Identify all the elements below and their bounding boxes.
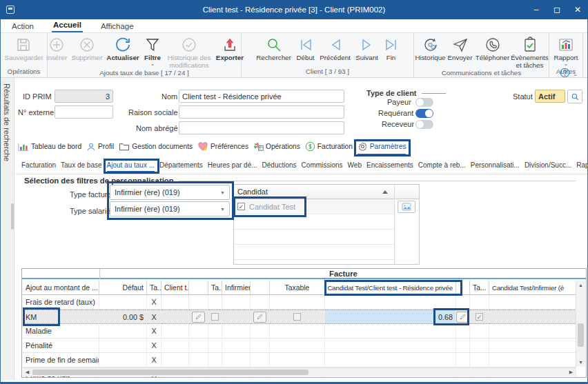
export-button[interactable]: Exporter (215, 34, 245, 62)
nom-abrege-field[interactable] (179, 121, 344, 134)
close-button[interactable]: ✕ (567, 0, 588, 19)
delete-button[interactable]: Supprimer (70, 34, 104, 62)
vertical-scrollbar[interactable]: ▲▼ (576, 281, 585, 367)
taxable-checkbox[interactable] (293, 313, 301, 321)
first-button[interactable]: Début (293, 34, 318, 62)
row-label[interactable]: Prime de fin de semaine (23, 353, 99, 367)
col-candidat-infirmier[interactable]: Candidat Test/Infirmier (é (489, 281, 576, 295)
horizontal-scrollbar[interactable]: ◀▶ (23, 367, 576, 376)
search-results-panel-tab[interactable]: Résultats de recherche (1, 78, 14, 380)
col-ajout-montant[interactable]: Ajout au montant de ... (23, 281, 99, 295)
tab-profil[interactable]: Profil (86, 142, 114, 156)
subtab-web[interactable]: Web (348, 161, 362, 172)
help-icon[interactable] (560, 68, 570, 81)
filter-icon (144, 35, 161, 54)
type-facture-label: Type facture (70, 190, 112, 199)
history-modifications-icon (181, 35, 197, 54)
taxable-checkbox[interactable] (211, 313, 219, 321)
phone-button[interactable]: Téléphoner (474, 34, 511, 62)
filter-button[interactable]: Filtre ⌄ (141, 34, 164, 65)
billing-icon (305, 141, 315, 152)
export-icon (222, 35, 238, 54)
edit-button[interactable] (192, 312, 205, 323)
row-label[interactable]: Pénalité (23, 338, 99, 353)
next-button[interactable]: Suivant (353, 34, 382, 62)
col-client[interactable]: Client t... (161, 281, 189, 295)
events-tasks-button[interactable]: Évènements et tâches (511, 34, 549, 69)
tab-accueil[interactable]: Accueil (52, 19, 83, 32)
no-externe-field[interactable] (55, 105, 113, 119)
statut-field[interactable]: Actif (535, 90, 565, 103)
minimize-button[interactable]: – (526, 0, 547, 19)
col-ta1[interactable]: Ta... (147, 281, 161, 295)
raison-sociale-label: Raison sociale (128, 108, 178, 117)
tab-facturation[interactable]: Facturation (305, 141, 353, 156)
subtab-facturation[interactable]: Facturation (21, 161, 56, 172)
raison-sociale-field[interactable] (179, 105, 344, 119)
subtab-deductions[interactable]: Déductions (262, 161, 297, 172)
nom-field[interactable]: Client test - Résidence privée (179, 90, 344, 103)
refresh-icon (115, 35, 131, 54)
receveur-toggle[interactable] (415, 120, 433, 129)
scroll-up-icon: ▲ (576, 281, 585, 290)
scroll-right-icon: ▶ (567, 368, 576, 376)
previous-button[interactable]: Précédent (318, 34, 353, 62)
statut-search-button[interactable] (567, 90, 582, 103)
insert-button[interactable]: Insérer (43, 34, 70, 62)
send-button[interactable]: Envoyer (447, 34, 474, 62)
subtab-departements[interactable]: Départements (159, 161, 203, 172)
col-ta3[interactable]: Ta... (470, 281, 489, 295)
phone-icon (484, 35, 501, 54)
candidat-detail-button[interactable] (398, 201, 415, 213)
search-button[interactable]: Rechercher (255, 34, 293, 62)
history-modifications-button[interactable]: Historique des modifications (164, 34, 215, 69)
comm-history-button[interactable]: Historique (415, 34, 447, 62)
subtab-taux-de-base[interactable]: Taux de base (61, 161, 102, 172)
nom-label: Nom (161, 92, 177, 101)
row-label[interactable]: Maladie (23, 324, 99, 338)
save-icon (15, 35, 32, 54)
ribbon-tabs: Action Accueil Affichage (1, 19, 587, 32)
col-infirmier[interactable]: Infirmier... (222, 281, 251, 295)
window-title: Client test - Résidence privée [3] - Cli… (0, 6, 588, 14)
comm-history-icon (422, 35, 439, 54)
requerant-toggle[interactable] (415, 109, 433, 118)
save-button[interactable]: Sauvegarder (3, 34, 43, 62)
panel-handle[interactable] (11, 203, 14, 230)
subtab-rapports[interactable]: Rapports (576, 161, 588, 172)
tab-action[interactable]: Action (10, 21, 35, 32)
annotation-068 (433, 308, 469, 325)
taxable-checkbox-checked[interactable]: ✓ (476, 313, 483, 321)
payeur-toggle[interactable] (415, 98, 433, 107)
first-icon (297, 35, 314, 54)
delete-icon (79, 35, 95, 54)
col-empty1[interactable] (189, 281, 208, 295)
subtab-commissions[interactable]: Commissions (302, 161, 343, 172)
report-button[interactable]: Rapport ⌄ (551, 34, 581, 65)
refresh-button[interactable]: Actualiser (104, 34, 141, 62)
col-ta2[interactable]: Ta... (208, 281, 222, 295)
subtab-heures[interactable]: Heures par dé... (208, 161, 257, 172)
sort-asc-icon (382, 190, 388, 194)
id-prim-label: ID PRIM (23, 92, 52, 101)
col-taxable[interactable]: Taxable (270, 281, 325, 295)
edit-button[interactable] (253, 312, 266, 323)
last-button[interactable]: Fin (382, 34, 401, 62)
subtab-compte-a-rebours[interactable]: Compte à reb... (418, 161, 466, 172)
tab-operations[interactable]: Opérations (253, 142, 300, 156)
chevron-down-icon[interactable]: ⌄ (573, 72, 578, 76)
facture-table: Ajout au montant de ... Défaut Ta... Cli… (23, 281, 576, 378)
tab-tableau-de-bord[interactable]: Tableau de bord (18, 142, 81, 156)
tab-preferences[interactable]: Préférences (197, 142, 248, 156)
tab-affichage[interactable]: Affichage (99, 21, 135, 32)
col-defaut[interactable]: Défaut (99, 281, 147, 295)
tab-gestion-documents[interactable]: Gestion documents (119, 142, 193, 155)
col-empty2[interactable] (251, 281, 270, 295)
subtab-division[interactable]: Division/Succ... (525, 161, 571, 172)
maximize-button[interactable]: ◻ (547, 0, 567, 19)
subtab-personnalisation[interactable]: Personnalisati... (471, 161, 520, 172)
subtab-encaissements[interactable]: Encaissements (366, 161, 413, 172)
id-prim-field: 3 (55, 90, 113, 103)
annotation-candidat-client-col (324, 280, 462, 296)
profile-icon (86, 142, 96, 152)
